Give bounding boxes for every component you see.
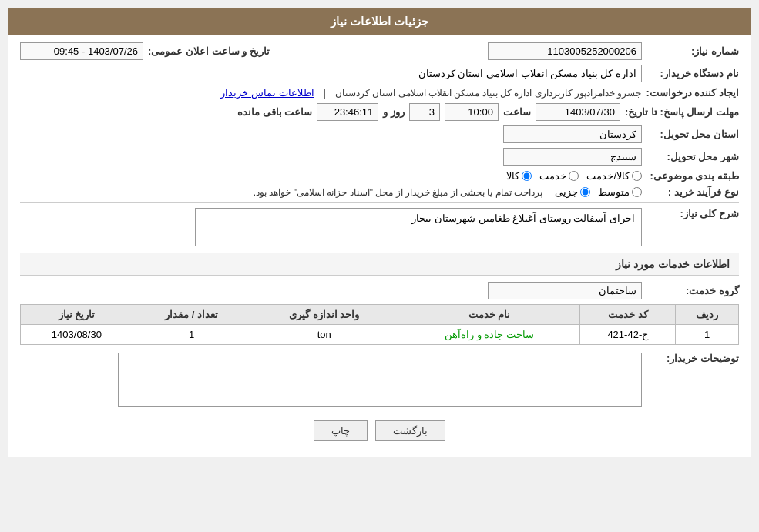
category-radio-goods[interactable]: [522, 171, 532, 181]
category-radio-goods-services[interactable]: [632, 171, 642, 181]
divider-1: [20, 202, 739, 203]
deadline-clock-input[interactable]: [317, 103, 378, 121]
description-value: اجرای آسفالت روستای آغبلاغ طغامین شهرستا…: [411, 212, 635, 224]
content-area: شماره نیاز: تاریخ و ساعت اعلان عمومی: نا…: [8, 35, 751, 457]
th-row-number: ردیف: [676, 305, 739, 325]
row-buyer-org: نام دستگاه خریدار:: [20, 65, 739, 82]
city-label: شهر محل تحویل:: [646, 151, 739, 162]
table-row: 1 ج-42-421 ساخت جاده و راه‌آهن ton 1 140…: [21, 325, 739, 345]
announcement-datetime-label: تاریخ و ساعت اعلان عمومی:: [148, 45, 270, 57]
deadline-days-label: روز و: [383, 106, 405, 118]
process-note: پرداخت تمام یا بخشی از مبلغ خریدار از مح…: [254, 187, 542, 198]
category-label-goods-services: کالا/خدمت: [586, 170, 630, 182]
process-option-medium: متوسط: [598, 186, 642, 198]
process-label: نوع فرآیند خرید :: [646, 186, 739, 198]
cell-service-code: ج-42-421: [580, 325, 676, 345]
service-group-label: گروه خدمت:: [646, 285, 739, 296]
buyer-org-label: نام دستگاه خریدار:: [646, 68, 739, 79]
creator-value: جسرو خدامرادپور کاربرداری اداره کل بنیاد…: [335, 88, 641, 99]
th-need-date: تاریخ نیاز: [21, 305, 133, 325]
need-number-input[interactable]: [488, 42, 642, 60]
service-group-input[interactable]: [488, 282, 642, 299]
page-title: جزئیات اطلاعات نیاز: [331, 15, 428, 28]
row-category: طبقه بندی موضوعی: کالا/خدمت خدمت کالا: [20, 170, 739, 182]
deadline-time-label: ساعت: [503, 106, 531, 118]
process-radio-medium[interactable]: [632, 187, 642, 197]
description-label: شرح کلی نیاز:: [646, 208, 739, 219]
process-label-partial: جزیی: [555, 186, 578, 198]
services-section-title: اطلاعات خدمات مورد نیاز: [20, 253, 739, 276]
row-city: شهر محل تحویل:: [20, 148, 739, 166]
category-option-goods: کالا: [506, 170, 532, 182]
category-option-goods-services: کالا/خدمت: [586, 170, 642, 182]
page-header: جزئیات اطلاعات نیاز: [8, 8, 751, 35]
category-label-goods: کالا: [506, 170, 519, 182]
announcement-datetime-input[interactable]: [20, 42, 143, 60]
category-radio-service[interactable]: [569, 171, 579, 181]
row-creator: ایجاد کننده درخواست: جسرو خدامرادپور کار…: [20, 87, 739, 99]
cell-unit: ton: [250, 325, 398, 345]
cell-row-number: 1: [676, 325, 739, 345]
buyer-notes-textarea[interactable]: [118, 353, 642, 407]
print-button[interactable]: چاپ: [314, 420, 368, 441]
province-input[interactable]: [503, 125, 642, 143]
deadline-date-input[interactable]: [536, 103, 620, 121]
province-label: استان محل تحویل:: [646, 129, 739, 140]
process-option-partial: جزیی: [555, 186, 590, 198]
row-buyer-notes: توضیحات خریدار:: [20, 353, 739, 407]
buttons-row: بازگشت چاپ: [20, 411, 739, 449]
category-option-service: خدمت: [539, 170, 579, 182]
table-header-row: ردیف کد خدمت نام خدمت واحد اندازه گیری ت…: [21, 305, 739, 325]
contact-link[interactable]: اطلاعات تماس خریدار: [220, 87, 314, 99]
row-service-group: گروه خدمت:: [20, 282, 739, 299]
page-container: جزئیات اطلاعات نیاز شماره نیاز: تاریخ و …: [0, 0, 759, 532]
category-label: طبقه بندی موضوعی:: [646, 170, 739, 182]
row-process: نوع فرآیند خرید : متوسط جزیی پرداخت تمام…: [20, 186, 739, 198]
cell-service-name: ساخت جاده و راه‌آهن: [398, 325, 580, 345]
cell-quantity: 1: [133, 325, 250, 345]
row-need-number: شماره نیاز: تاریخ و ساعت اعلان عمومی:: [20, 42, 739, 60]
cell-need-date: 1403/08/30: [21, 325, 133, 345]
need-number-label: شماره نیاز:: [646, 45, 739, 57]
creator-label: ایجاد کننده درخواست:: [646, 87, 739, 99]
deadline-days-input[interactable]: [409, 103, 440, 121]
th-quantity: تعداد / مقدار: [133, 305, 250, 325]
category-radio-group: کالا/خدمت خدمت کالا: [506, 170, 642, 182]
deadline-clock-label: ساعت باقی مانده: [237, 106, 312, 118]
th-unit: واحد اندازه گیری: [250, 305, 398, 325]
city-input[interactable]: [503, 148, 642, 166]
row-description: شرح کلی نیاز: اجرای آسفالت روستای آغبلاغ…: [20, 208, 739, 246]
deadline-time-input[interactable]: [445, 103, 499, 121]
process-radio-partial[interactable]: [580, 187, 590, 197]
process-label-medium: متوسط: [598, 186, 630, 198]
buyer-notes-label: توضیحات خریدار:: [646, 353, 739, 364]
buyer-org-input[interactable]: [311, 65, 642, 82]
services-table: ردیف کد خدمت نام خدمت واحد اندازه گیری ت…: [20, 304, 739, 345]
process-radio-group: متوسط جزیی: [555, 186, 642, 198]
th-service-code: کد خدمت: [580, 305, 676, 325]
back-button[interactable]: بازگشت: [375, 420, 445, 441]
main-box: جزئیات اطلاعات نیاز شماره نیاز: تاریخ و …: [8, 8, 751, 457]
row-province: استان محل تحویل:: [20, 125, 739, 143]
category-label-service: خدمت: [539, 170, 566, 182]
description-box: اجرای آسفالت روستای آغبلاغ طغامین شهرستا…: [195, 208, 642, 246]
row-deadline: مهلت ارسال پاسخ: تا تاریخ: ساعت روز و سا…: [20, 103, 739, 121]
th-service-name: نام خدمت: [398, 305, 580, 325]
deadline-label: مهلت ارسال پاسخ: تا تاریخ:: [625, 106, 739, 118]
